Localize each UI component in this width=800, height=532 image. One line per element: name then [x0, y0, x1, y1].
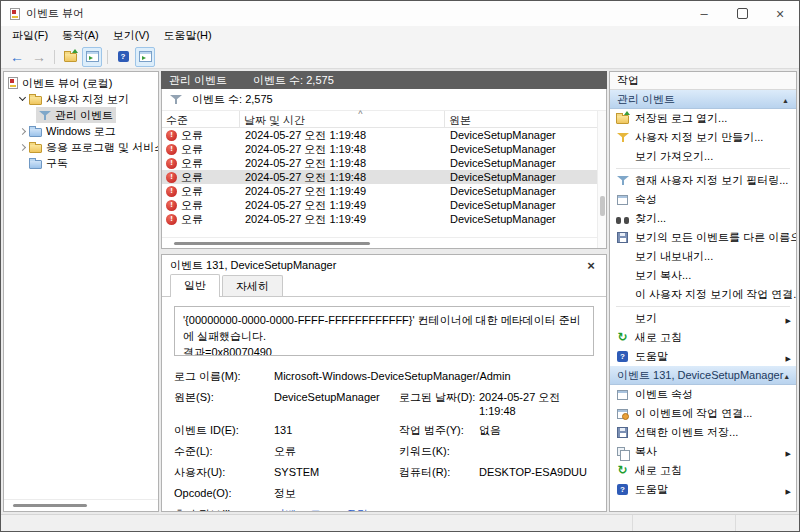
tree-item-event-viewer-root[interactable]: 이벤트 뷰어 (로컬): [4, 75, 158, 91]
action-label: 현재 사용자 지정 보기 필터링...: [635, 173, 788, 188]
maximize-button[interactable]: [723, 1, 761, 26]
column-header-datetime[interactable]: 날짜 및 시간: [240, 111, 445, 127]
actions-section-admin-events[interactable]: 관리 이벤트: [610, 90, 796, 109]
list-horizontal-scrollbar[interactable]: [162, 237, 597, 248]
action-label: 보기 내보내기...: [635, 249, 713, 264]
action-save-all-events-as[interactable]: 보기의 모든 이벤트를 다른 이름으...: [610, 228, 796, 247]
action-pane-icon: [139, 51, 152, 62]
list-vertical-scrollbar[interactable]: [597, 111, 606, 248]
action-attach-task-to-view[interactable]: 이 사용자 지정 보기에 작업 연결...: [610, 285, 796, 304]
action-copy-view[interactable]: 보기 복사...: [610, 266, 796, 285]
submenu-arrow-icon: [786, 446, 791, 458]
event-message-box[interactable]: '{00000000-0000-0000-FFFF-FFFFFFFFFFFF}'…: [174, 306, 594, 356]
task-category-label: 작업 범주(Y):: [399, 423, 479, 438]
action-find[interactable]: 찾기...: [610, 209, 796, 228]
actions-section-selected-event[interactable]: 이벤트 131, DeviceSetupManager: [610, 366, 796, 385]
properties-icon: [617, 390, 628, 400]
menu-help[interactable]: 도움말(H): [156, 26, 218, 45]
view-event-count: 이벤트 수: 2,575: [253, 73, 334, 88]
event-row[interactable]: 오류 2024-05-27 오전 1:19:49 DeviceSetupMana…: [162, 212, 597, 226]
action-create-custom-view[interactable]: 사용자 지정 보기 만들기...: [610, 128, 796, 147]
event-row[interactable]: 오류 2024-05-27 오전 1:19:49 DeviceSetupMana…: [162, 198, 597, 212]
event-log-help-link[interactable]: 이벤트 로그 도움말: [274, 507, 594, 511]
cell-source: DeviceSetupManager: [445, 129, 597, 141]
event-table: 수준 날짜 및 시간 원본 오류 2024-05-27 오전 1:19:48 D…: [162, 111, 606, 248]
action-event-properties[interactable]: 이벤트 속성: [610, 385, 796, 404]
sort-ascending-icon: [358, 109, 362, 119]
column-header-level[interactable]: 수준: [162, 111, 240, 127]
actions-separator: [616, 168, 790, 169]
menu-file[interactable]: 파일(F): [5, 26, 55, 45]
filter-summary-row[interactable]: 이벤트 수: 2,575: [162, 89, 606, 111]
menu-action[interactable]: 동작(A): [55, 26, 106, 45]
keywords-label: 키워드(K):: [399, 444, 479, 459]
chevron-right-icon[interactable]: [19, 127, 26, 134]
action-help-event-submenu[interactable]: 도움말: [610, 480, 796, 499]
user-label: 사용자(U):: [174, 465, 274, 480]
error-icon: [166, 130, 177, 141]
task-category-value: 없음: [479, 423, 594, 438]
error-icon: [166, 200, 177, 211]
window-title: 이벤트 뷰어: [26, 6, 84, 21]
table-body: 오류 2024-05-27 오전 1:19:48 DeviceSetupMana…: [162, 128, 597, 237]
tree-item-custom-views[interactable]: 사용자 지정 보기: [4, 91, 158, 107]
actions-separator: [616, 306, 790, 307]
action-refresh-event[interactable]: 새로 고침: [610, 461, 796, 480]
back-button[interactable]: [7, 47, 27, 67]
column-header-source[interactable]: 원본: [445, 111, 597, 127]
scheduled-task-icon: [617, 409, 628, 419]
tree-item-app-services-logs[interactable]: 응용 프로그램 및 서비스 로..: [4, 139, 158, 155]
event-row[interactable]: 오류 2024-05-27 오전 1:19:49 DeviceSetupMana…: [162, 184, 597, 198]
tree-selection: 관리 이벤트: [36, 107, 116, 123]
event-row[interactable]: 오류 2024-05-27 오전 1:19:48 DeviceSetupMana…: [162, 142, 597, 156]
binoculars-icon: [616, 215, 629, 224]
cell-datetime: 2024-05-27 오전 1:19:48: [240, 128, 445, 143]
forward-button[interactable]: [29, 47, 49, 67]
collapse-icon[interactable]: [783, 369, 790, 381]
close-preview-icon[interactable]: [584, 258, 598, 273]
minimize-button[interactable]: [685, 1, 723, 26]
action-save-selected-events[interactable]: 선택한 이벤트 저장...: [610, 423, 796, 442]
action-filter-current-view[interactable]: 현재 사용자 지정 보기 필터링...: [610, 171, 796, 190]
action-label: 새로 고침: [635, 463, 682, 478]
tree-item-windows-logs[interactable]: Windows 로그: [4, 123, 158, 139]
tree-item-subscriptions[interactable]: 구독: [4, 155, 158, 171]
action-refresh[interactable]: 새로 고침: [610, 328, 796, 347]
tree-horizontal-scrollbar[interactable]: [4, 499, 158, 511]
action-export-view[interactable]: 보기 내보내기...: [610, 247, 796, 266]
collapse-icon[interactable]: [782, 93, 789, 105]
action-import-view[interactable]: 보기 가져오기...: [610, 147, 796, 166]
tree-item-admin-events[interactable]: 관리 이벤트: [4, 107, 158, 123]
event-row[interactable]: 오류 2024-05-27 오전 1:19:48 DeviceSetupMana…: [162, 128, 597, 142]
scrollbar-thumb[interactable]: [174, 242, 370, 245]
event-row[interactable]: 오류 2024-05-27 오전 1:19:48 DeviceSetupMana…: [162, 156, 597, 170]
scrollbar-thumb[interactable]: [600, 196, 605, 216]
chevron-down-icon[interactable]: [19, 94, 26, 101]
submenu-arrow-icon: [786, 313, 791, 325]
tab-general[interactable]: 일반: [170, 274, 220, 297]
scrollbar-thumb[interactable]: [13, 504, 87, 507]
detail-tabs: 일반 자세히: [162, 276, 606, 297]
chevron-right-icon[interactable]: [19, 143, 26, 150]
action-label: 보기 복사...: [635, 268, 691, 283]
action-help-submenu[interactable]: 도움말: [610, 347, 796, 366]
action-view-submenu[interactable]: 보기: [610, 309, 796, 328]
tree-label: 응용 프로그램 및 서비스 로..: [46, 140, 158, 155]
filter-icon: [617, 175, 629, 186]
help-button[interactable]: [113, 47, 133, 67]
action-copy-submenu[interactable]: 복사: [610, 442, 796, 461]
event-row-selected[interactable]: 오류 2024-05-27 오전 1:19:48 DeviceSetupMana…: [162, 170, 597, 184]
close-button[interactable]: [761, 1, 799, 26]
cell-level: 오류: [162, 184, 240, 199]
menu-view[interactable]: 보기(V): [106, 26, 157, 45]
action-label: 도움말: [635, 349, 668, 364]
event-viewer-icon: [8, 77, 18, 89]
show-action-pane-button[interactable]: [135, 47, 155, 67]
open-saved-log-button[interactable]: [60, 47, 80, 67]
action-open-saved-log[interactable]: 저장된 로그 열기...: [610, 109, 796, 128]
action-properties[interactable]: 속성: [610, 190, 796, 209]
console-tree: 이벤트 뷰어 (로컬) 사용자 지정 보기 관리 이벤트 Window: [4, 72, 158, 499]
tab-details[interactable]: 자세히: [222, 275, 283, 297]
show-console-tree-button[interactable]: [82, 47, 102, 67]
action-attach-task-to-event[interactable]: 이 이벤트에 작업 연결...: [610, 404, 796, 423]
